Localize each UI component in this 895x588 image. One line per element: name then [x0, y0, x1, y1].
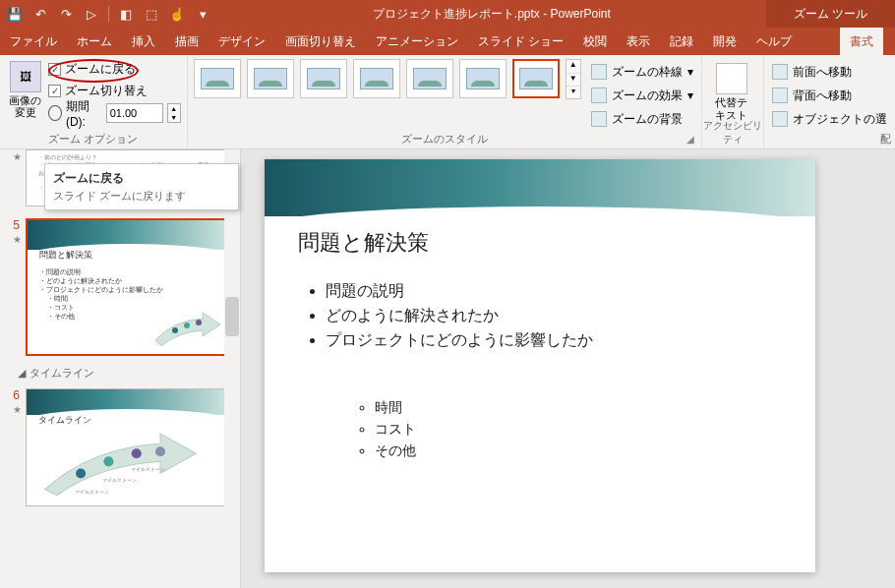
qat-customize-icon[interactable]: ▾: [192, 3, 213, 25]
selection-pane-icon: [772, 111, 788, 127]
bring-forward-button[interactable]: 前面へ移動: [770, 61, 889, 83]
slide-body: 問題の説明 どのように解決されたか プロジェクトにどのように影響したか 時間 コ…: [308, 277, 593, 355]
svg-text:マイルストーン: マイルストーン: [102, 477, 137, 483]
tooltip-description: スライド ズームに戻ります: [53, 189, 230, 204]
duration-input[interactable]: [106, 103, 163, 123]
window-title: プロジェクト進捗レポート.pptx - PowerPoint: [217, 6, 766, 23]
change-image-button[interactable]: 🖼 画像の 変更: [6, 59, 44, 124]
tab-format[interactable]: 書式: [840, 28, 883, 55]
alt-text-button[interactable]: 代替テ キスト: [708, 59, 755, 122]
slide-thumbnail-5[interactable]: 問題と解決策 ・問題の説明 ・どのように解決されたか ・プロジェクトにどのように…: [26, 218, 230, 356]
svg-point-1: [184, 323, 190, 328]
group-zoom-options-label: ズーム オプション: [0, 132, 187, 147]
slide-number-5: 5★: [4, 218, 20, 356]
tab-recording[interactable]: 記録: [660, 28, 703, 55]
tab-help[interactable]: ヘルプ: [746, 28, 802, 55]
zoom-styles-gallery[interactable]: ▲ ▼ ▾: [194, 59, 581, 99]
contextual-tab-label: ズーム ツール: [766, 0, 895, 28]
slide-5: 問題と解決策 問題の説明 どのように解決されたか プロジェクトにどのように影響し…: [265, 159, 815, 572]
tab-animations[interactable]: アニメーション: [366, 28, 468, 55]
background-icon: [591, 111, 607, 127]
section-name: タイムライン: [30, 366, 94, 381]
gallery-down-icon[interactable]: ▼: [567, 73, 580, 86]
quick-access-toolbar: 💾 ↶ ↷ ▷ ◧ ⬚ ☝ ▾: [0, 3, 217, 25]
svg-point-4: [103, 456, 113, 466]
timeline-arrow-graphic: マイルストーン マイルストーン マイルストーン: [34, 432, 207, 501]
zoom-style-2[interactable]: [247, 59, 294, 98]
mini-arrow-graphic: [153, 311, 222, 350]
change-image-icon: 🖼: [10, 61, 41, 92]
zoom-effects-button[interactable]: ズームの効果▾: [589, 85, 695, 106]
slide-thumb-partial-num: ★: [4, 149, 20, 206]
tooltip: ズームに戻る スライド ズームに戻ります: [44, 163, 239, 210]
ribbon: 🖼 画像の 変更 ✓ ズームに戻る ✓ ズーム切り替え 期間(D):: [0, 55, 895, 149]
bring-forward-icon: [772, 64, 788, 80]
duration-label: 期間(D):: [66, 98, 102, 129]
ribbon-tabs: ファイル ホーム 挿入 描画 デザイン 画面切り替え アニメーション スライド …: [0, 28, 895, 55]
tab-view[interactable]: 表示: [617, 28, 660, 55]
tab-review[interactable]: 校閲: [573, 28, 617, 55]
group-zoom-styles-label: ズームのスタイル: [188, 132, 701, 147]
chevron-down-icon: ▾: [687, 65, 693, 79]
tab-insert[interactable]: 挿入: [122, 28, 165, 55]
slide-number-6: 6★: [4, 388, 20, 506]
send-backward-button[interactable]: 背面へ移動: [770, 85, 889, 106]
tab-home[interactable]: ホーム: [67, 28, 122, 55]
tooltip-title: ズームに戻る: [53, 170, 230, 187]
slide-canvas[interactable]: 問題と解決策 問題の説明 どのように解決されたか プロジェクトにどのように影響し…: [241, 149, 895, 588]
tab-file[interactable]: ファイル: [0, 28, 67, 55]
undo-icon[interactable]: ↶: [30, 3, 51, 25]
tab-developer[interactable]: 開発: [703, 28, 746, 55]
thumbnails-scrollbar[interactable]: [224, 149, 240, 588]
checkbox-checked-icon: ✓: [48, 63, 61, 76]
border-icon: [591, 64, 607, 80]
touch-mode-icon[interactable]: ☝: [166, 3, 188, 25]
zoom-style-7[interactable]: [512, 59, 560, 98]
send-backward-icon: [772, 88, 788, 103]
alt-text-icon: [716, 63, 747, 94]
svg-point-0: [172, 327, 178, 333]
section-header[interactable]: ◢ タイムライン: [0, 362, 240, 382]
gallery-more-icon[interactable]: ▾: [567, 86, 580, 98]
svg-point-6: [155, 446, 165, 456]
svg-point-2: [196, 320, 202, 325]
zoom-border-button[interactable]: ズームの枠線▾: [589, 61, 695, 83]
zoom-style-6[interactable]: [459, 59, 507, 98]
section-collapse-icon: ◢: [18, 367, 26, 380]
svg-point-5: [132, 448, 142, 458]
tab-draw[interactable]: 描画: [165, 28, 209, 55]
tab-transitions[interactable]: 画面切り替え: [275, 28, 366, 55]
gallery-up-icon[interactable]: ▲: [567, 60, 580, 73]
group-accessibility-label: アクセシビリティ: [702, 119, 763, 147]
tab-design[interactable]: デザイン: [209, 28, 275, 55]
qat-icon-1[interactable]: ◧: [115, 3, 137, 25]
start-from-beginning-icon[interactable]: ▷: [81, 3, 102, 25]
svg-text:マイルストーン: マイルストーン: [75, 489, 109, 495]
selection-pane-button[interactable]: オブジェクトの選: [770, 108, 889, 130]
slide-title: 問題と解決策: [298, 228, 429, 258]
slide-thumbnails-pane: ★ ・前のどの計画より？ ・プロジェクトは現在、スケジュールより先行しているか、…: [0, 149, 241, 588]
qat-icon-2[interactable]: ⬚: [141, 3, 162, 25]
duration-spinner[interactable]: ▲▼: [167, 103, 181, 123]
svg-text:マイルストーン: マイルストーン: [131, 467, 165, 473]
dialog-launcher-icon[interactable]: ◢: [686, 134, 698, 146]
clock-icon: [48, 105, 62, 121]
return-to-zoom-checkbox[interactable]: ✓ ズームに戻る: [48, 59, 180, 79]
svg-point-3: [76, 469, 86, 479]
zoom-background-button[interactable]: ズームの背景: [589, 108, 695, 130]
group-arrange-label: 配: [764, 132, 895, 147]
zoom-style-5[interactable]: [406, 59, 453, 98]
tab-slideshow[interactable]: スライド ショー: [468, 28, 573, 55]
slide-wave-graphic: [265, 159, 815, 216]
slide-thumbnail-6[interactable]: タイムライン マイルストーン マイルストーン マイルストーン: [26, 388, 230, 506]
zoom-style-3[interactable]: [300, 59, 347, 98]
checkbox-checked-icon: ✓: [48, 85, 61, 97]
redo-icon[interactable]: ↷: [55, 3, 77, 25]
zoom-style-1[interactable]: [194, 59, 241, 98]
chevron-down-icon: ▾: [687, 88, 693, 102]
save-icon[interactable]: 💾: [4, 3, 26, 25]
zoom-style-4[interactable]: [353, 59, 400, 98]
effects-icon: [591, 88, 607, 103]
